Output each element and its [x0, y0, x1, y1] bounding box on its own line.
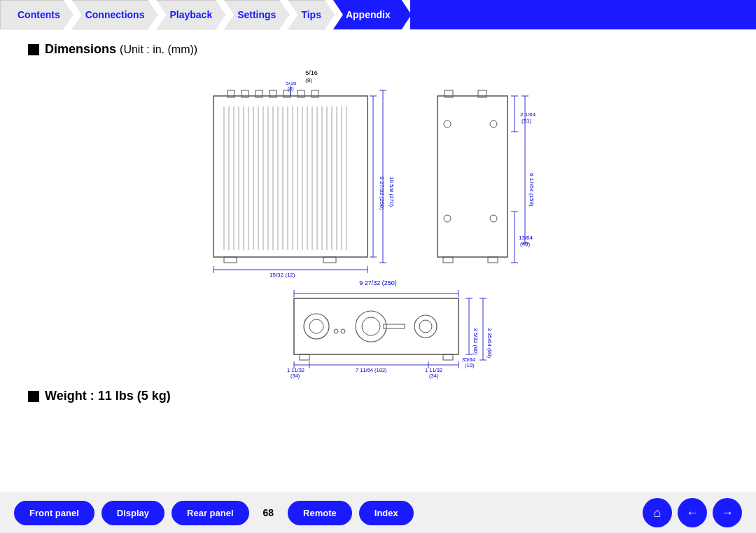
tab-contents[interactable]: Contents: [0, 0, 74, 29]
svg-rect-87: [300, 354, 309, 360]
remote-button[interactable]: Remote: [288, 501, 352, 525]
svg-point-84: [334, 329, 338, 333]
svg-text:13/64: 13/64: [519, 235, 533, 241]
tab-tips[interactable]: Tips: [288, 0, 335, 29]
main-side-diagram: 5/16(8): [192, 82, 396, 281]
svg-text:6 17/64 (159): 6 17/64 (159): [528, 173, 535, 207]
dimensions-diagrams: 5/16(8): [28, 68, 728, 281]
weight-label: Weight : 11 lbs (5 kg): [45, 389, 171, 403]
svg-point-56: [444, 215, 451, 222]
svg-rect-34: [224, 257, 237, 263]
nav-spacer: [410, 0, 756, 29]
tab-appendix[interactable]: Appendix: [333, 0, 412, 29]
svg-point-55: [490, 120, 497, 127]
tab-settings[interactable]: Settings: [224, 0, 289, 29]
svg-text:15/32  (12): 15/32 (12): [270, 272, 295, 278]
top-navigation: Contents Connections Playback Settings T…: [0, 0, 756, 29]
svg-text:7 11/64 (182): 7 11/64 (182): [356, 367, 387, 373]
front-view-diagram-container: 9 27/32 (250): [28, 279, 728, 382]
rear-panel-button[interactable]: Rear panel: [172, 501, 248, 525]
display-button[interactable]: Display: [102, 501, 164, 525]
svg-point-83: [419, 320, 432, 333]
svg-point-81: [362, 317, 380, 335]
svg-point-80: [356, 311, 386, 342]
svg-text:(8): (8): [288, 86, 294, 92]
main-content: Dimensions (Unit : in. (mm)) 5/16(8): [0, 29, 756, 422]
svg-point-82: [414, 315, 437, 338]
side-profile-diagram: 2 1/64 (51) 6 17/64 (159) 13/64 (40): [424, 82, 564, 281]
front-top-dim: 9 27/32 (250): [245, 279, 511, 286]
svg-text:10 5/8 (270): 10 5/8 (270): [388, 176, 395, 207]
side-diagram-svg: 9 27/32 (250) 10 5/8 (270) 15/32 (12) 5/…: [192, 82, 396, 278]
back-button[interactable]: ←: [678, 498, 707, 527]
front-view-diagram: 9 27/32 (250): [245, 279, 511, 382]
bottom-navigation: Front panel Display Rear panel 68 Remote…: [0, 492, 756, 533]
tab-connections[interactable]: Connections: [72, 0, 158, 29]
home-icon: ⌂: [654, 506, 662, 520]
forward-button[interactable]: →: [713, 498, 742, 527]
svg-rect-35: [323, 257, 336, 263]
top-diagrams-row: 5/16(8): [192, 68, 564, 281]
svg-rect-58: [443, 257, 453, 263]
tab-playback[interactable]: Playback: [156, 0, 225, 29]
page-number: 68: [263, 507, 274, 518]
bottom-right-icons: ⌂ ← →: [643, 498, 742, 527]
home-button[interactable]: ⌂: [643, 498, 672, 527]
side-profile-svg: 2 1/64 (51) 6 17/64 (159) 13/64 (40): [424, 82, 564, 278]
svg-text:(34): (34): [429, 373, 439, 379]
svg-text:(34): (34): [290, 373, 300, 379]
svg-rect-0: [214, 96, 368, 257]
svg-rect-88: [443, 354, 453, 360]
dimensions-label: Dimensions (Unit : in. (mm)): [45, 42, 197, 57]
front-panel-button[interactable]: Front panel: [14, 501, 94, 525]
svg-point-54: [444, 120, 451, 127]
section-bullet-2: [28, 391, 39, 402]
svg-rect-51: [438, 96, 507, 257]
front-view-svg: 1 11/32 (34) 7 11/64 (182) 1 11/32 (34) …: [245, 288, 511, 379]
forward-icon: →: [721, 506, 734, 520]
back-icon: ←: [686, 506, 699, 520]
svg-text:(10): (10): [465, 362, 475, 368]
svg-text:3 35/64 (90): 3 35/64 (90): [486, 328, 493, 358]
svg-rect-77: [294, 298, 458, 354]
svg-point-57: [490, 215, 497, 222]
svg-text:9 27/32 (250): 9 27/32 (250): [379, 176, 385, 210]
section-bullet-1: [28, 44, 39, 55]
svg-rect-59: [488, 257, 498, 263]
index-button[interactable]: Index: [359, 501, 414, 525]
weight-title: Weight : 11 lbs (5 kg): [28, 389, 728, 403]
svg-point-85: [341, 329, 345, 333]
svg-point-79: [309, 319, 323, 333]
svg-point-78: [304, 314, 329, 339]
dimensions-title: Dimensions (Unit : in. (mm)): [28, 42, 728, 57]
svg-text:3 5/32 (80): 3 5/32 (80): [472, 328, 479, 355]
svg-text:(40): (40): [520, 241, 531, 247]
svg-text:2 1/64: 2 1/64: [520, 111, 536, 118]
svg-text:(51): (51): [522, 118, 532, 124]
